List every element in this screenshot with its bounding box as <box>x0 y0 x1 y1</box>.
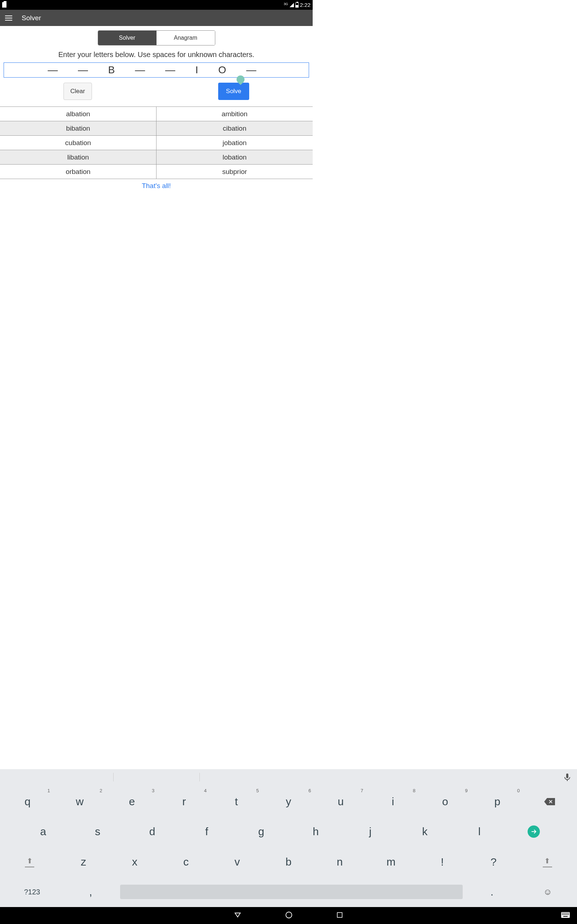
status-time: 2:22 <box>300 2 311 8</box>
menu-icon[interactable] <box>5 16 12 21</box>
app-title: Solver <box>22 14 41 22</box>
tab-row: Solver Anagram <box>0 26 313 48</box>
instruction-text: Enter your letters below. Use spaces for… <box>0 48 313 63</box>
result-cell[interactable]: ambition <box>156 107 313 121</box>
results-table: albationambitionbibationcibationcubation… <box>0 107 313 179</box>
result-cell[interactable]: albation <box>0 107 156 121</box>
thats-all-text: That's all! <box>0 179 313 193</box>
network-label: 3G <box>284 2 288 6</box>
result-cell[interactable]: cibation <box>156 121 313 136</box>
tab-anagram[interactable]: Anagram <box>156 31 215 45</box>
result-cell[interactable]: subprior <box>156 165 313 179</box>
letters-input[interactable] <box>3 63 309 78</box>
result-row: bibationcibation <box>0 121 313 136</box>
result-cell[interactable]: cubation <box>0 136 156 150</box>
result-row: orbationsubprior <box>0 165 313 179</box>
result-row: libationlobation <box>0 150 313 165</box>
solve-button[interactable]: Solve <box>218 82 250 100</box>
sdcard-icon <box>2 2 6 8</box>
result-cell[interactable]: jobation <box>156 136 313 150</box>
clear-button[interactable]: Clear <box>63 82 92 100</box>
result-row: albationambition <box>0 107 313 121</box>
battery-icon <box>295 3 298 8</box>
signal-icon <box>290 3 294 7</box>
app-bar: Solver <box>0 10 313 26</box>
result-cell[interactable]: orbation <box>0 165 156 179</box>
result-cell[interactable]: libation <box>0 150 156 165</box>
result-cell[interactable]: bibation <box>0 121 156 136</box>
status-bar: 3G 2:22 <box>0 0 313 10</box>
result-row: cubationjobation <box>0 136 313 150</box>
tab-solver[interactable]: Solver <box>98 31 156 45</box>
result-cell[interactable]: lobation <box>156 150 313 165</box>
